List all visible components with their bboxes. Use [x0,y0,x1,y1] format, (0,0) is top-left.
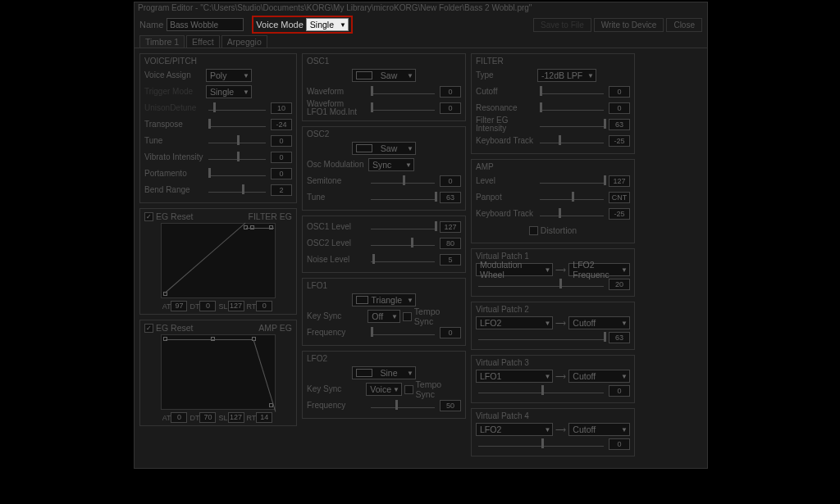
osc1-level-value[interactable]: 127 [440,221,461,233]
filter-eg-at[interactable]: 97 [171,301,187,311]
voice-assign-select[interactable]: Poly▼ [206,69,252,82]
lfo1-wave-select[interactable]: Triangle▼ [352,293,416,306]
osc1-wflfo-slider[interactable] [371,106,435,111]
osc2-semitone-label: Semitone [307,177,366,185]
lfo1-freq-value[interactable]: 0 [440,327,461,338]
filter-type-label: Type [476,71,535,79]
noise-level-slider[interactable] [371,257,435,262]
trigger-mode-select[interactable]: Single▼ [206,85,252,98]
filter-eg-dt[interactable]: 0 [199,301,216,311]
osc2-title: OSC2 [307,129,461,138]
filter-kbd-value[interactable]: -25 [609,135,630,147]
lfo1-keysync-select[interactable]: Off▼ [368,310,400,323]
virtual-patch-3: Virtual Patch 3 LFO1▼⟶Cutoff▼ 0 [471,355,635,403]
amp-eg-rt[interactable]: 14 [256,412,272,423]
amp-eg-at[interactable]: 0 [171,412,187,423]
lfo2-freq-value[interactable]: 50 [440,400,461,411]
distortion-check[interactable]: Distortion [529,225,577,235]
filter-egint-value[interactable]: 63 [609,119,630,130]
bend-value[interactable]: 2 [271,184,292,196]
lfo2-temposync-check[interactable]: Tempo Sync [404,379,461,399]
resonance-value[interactable]: 0 [609,102,630,114]
voice-pitch-group: VOICE/PITCH Voice Assign Poly▼ Trigger M… [139,53,297,203]
osc2-mod-select[interactable]: Sync▼ [368,158,414,171]
unison-detune-slider[interactable] [208,106,266,111]
cutoff-label: Cutoff [476,88,535,96]
vp1-slider[interactable] [478,282,604,287]
vibrato-slider[interactable] [208,155,266,160]
cutoff-value[interactable]: 0 [609,86,630,98]
tab-timbre1[interactable]: Timbre 1 [139,35,185,48]
vp2-value[interactable]: 63 [609,332,630,343]
osc2-wave-select[interactable]: Saw▼ [352,142,416,155]
tab-arpeggio[interactable]: Arpeggio [221,35,267,48]
lfo1-temposync-check[interactable]: Tempo Sync [403,306,461,326]
noise-level-value[interactable]: 5 [440,254,461,266]
vp3-dst-select[interactable]: Cutoff▼ [568,370,630,383]
osc2-semitone-value[interactable]: 0 [440,175,461,187]
portamento-value[interactable]: 0 [271,168,292,179]
filter-eg-reset-check[interactable]: ✓EG Reset [144,211,194,221]
osc2-level-value[interactable]: 80 [440,238,461,249]
bend-slider[interactable] [208,188,266,193]
osc2-semitone-slider[interactable] [371,179,435,184]
vp3-src-select[interactable]: LFO1▼ [476,370,553,383]
vp4-src-select[interactable]: LFO2▼ [476,423,553,436]
lfo1-freq-slider[interactable] [371,330,435,335]
vp1-dst-select[interactable]: LFO2 Frequenc▼ [568,263,630,276]
vp1-value[interactable]: 20 [609,279,630,290]
osc2-level-slider[interactable] [371,241,435,246]
vp1-src-select[interactable]: Modulation Wheel▼ [476,263,553,276]
transpose-slider[interactable] [208,122,266,127]
amp-kbd-value[interactable]: -25 [609,208,630,220]
vp3-slider[interactable] [478,388,604,393]
vp2-slider[interactable] [478,335,604,340]
amp-pan-value[interactable]: CNT [609,192,630,203]
vp4-value[interactable]: 0 [609,438,630,450]
osc1-wave-select[interactable]: Saw▼ [352,69,416,82]
resonance-slider[interactable] [540,106,604,111]
vp4-dst-select[interactable]: Cutoff▼ [568,423,630,436]
lfo2-keysync-select[interactable]: Voice▼ [366,383,402,396]
osc1-waveform-slider[interactable] [371,89,435,94]
close-button[interactable]: Close [666,18,702,32]
lfo2-wave-select[interactable]: Sine▼ [352,366,416,379]
save-to-file-button[interactable]: Save to File [533,18,591,32]
filter-eg-block: ✓EG ResetFILTER EG AT97 DT0 SL127 RT0 [139,208,297,315]
vp3-value[interactable]: 0 [609,385,630,397]
osc1-level-slider[interactable] [371,225,435,229]
name-input[interactable] [167,18,244,31]
cutoff-slider[interactable] [540,89,604,94]
amp-kbd-slider[interactable] [540,211,604,216]
vp4-slider[interactable] [478,442,604,447]
osc2-tune-value[interactable]: 63 [440,192,461,203]
tab-effect[interactable]: Effect [186,35,220,48]
osc1-wflfo-value[interactable]: 0 [440,102,461,114]
amp-eg-reset-check[interactable]: ✓EG Reset [144,323,194,333]
vibrato-value[interactable]: 0 [271,152,292,163]
tune-value[interactable]: 0 [271,135,292,147]
lfo2-freq-slider[interactable] [371,403,435,408]
amp-eg-dt[interactable]: 70 [199,412,216,423]
filter-eg-canvas[interactable] [161,223,276,298]
amp-eg-sl[interactable]: 127 [228,412,244,423]
filter-kbd-slider[interactable] [540,138,604,143]
voice-mode-select[interactable]: Single▼ [306,18,349,31]
portamento-slider[interactable] [208,171,266,176]
amp-pan-slider[interactable] [540,195,604,200]
transpose-value[interactable]: -24 [271,119,292,130]
filter-egint-slider[interactable] [540,122,604,127]
osc1-waveform-value[interactable]: 0 [440,86,461,98]
vp2-dst-select[interactable]: Cutoff▼ [568,316,630,329]
unison-detune-value[interactable]: 10 [271,102,292,114]
write-to-device-button[interactable]: Write to Device [594,18,664,32]
osc2-tune-slider[interactable] [371,195,435,200]
amp-eg-canvas[interactable] [161,334,276,410]
filter-eg-sl[interactable]: 127 [228,301,244,311]
filter-type-select[interactable]: -12dB LPF▼ [537,69,596,82]
amp-level-slider[interactable] [540,179,604,184]
amp-level-value[interactable]: 127 [609,175,630,187]
tune-slider[interactable] [208,138,266,143]
filter-eg-rt[interactable]: 0 [256,301,272,311]
vp2-src-select[interactable]: LFO2▼ [476,316,553,329]
